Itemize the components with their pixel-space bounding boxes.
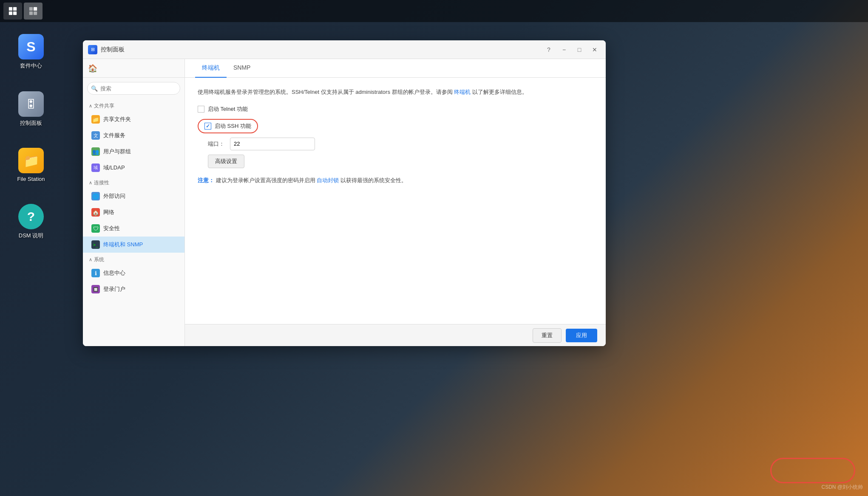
svg-rect-2: [9, 11, 12, 15]
port-label: 端口：: [208, 140, 225, 148]
window-body: 🏠 🔍 ∧ 文件共享 📁 共享文件夹 文 文件服务 👥 用户与群组: [83, 59, 606, 346]
terminal-link[interactable]: 终端机: [454, 89, 471, 95]
telnet-label: 启动 Telnet 功能: [208, 105, 248, 113]
control-panel-icon-char: 🎛: [26, 98, 37, 111]
svg-rect-0: [9, 7, 12, 11]
titlebar-icon: ⊞: [88, 45, 97, 54]
tab-terminal[interactable]: 终端机: [195, 59, 227, 78]
minimize-button[interactable]: −: [558, 44, 570, 56]
terminal-icon: >_: [91, 240, 100, 249]
info-center-icon: ℹ: [91, 269, 100, 277]
window-controls: ? − □ ✕: [543, 44, 601, 56]
desktop-icon-control-panel[interactable]: 🎛 控制面板: [12, 91, 50, 127]
auto-lock-link[interactable]: 自动封锁: [317, 177, 339, 183]
sidebar-item-info-center[interactable]: ℹ 信息中心: [83, 265, 184, 281]
file-station-label: File Station: [17, 176, 45, 182]
external-access-icon: 🌐: [91, 192, 100, 200]
advanced-settings-button[interactable]: 高级设置: [208, 155, 244, 168]
tab-snmp[interactable]: SNMP: [227, 59, 257, 78]
main-content: 终端机 SNMP 使用终端机服务登录并管理您的系统。SSH/Telnet 仅支持…: [185, 59, 606, 346]
search-icon: 🔍: [91, 85, 98, 92]
dsm-help-icon-char: ?: [27, 209, 35, 224]
taskbar-apps-button[interactable]: [3, 3, 22, 20]
svg-rect-6: [29, 11, 33, 15]
titlebar: ⊞ 控制面板 ? − □ ✕: [83, 40, 606, 59]
desktop-icon-dsm-help[interactable]: ? DSM 说明: [12, 204, 50, 240]
window-title: 控制面板: [101, 46, 543, 54]
taskbar: [0, 0, 868, 22]
svg-rect-3: [13, 11, 17, 15]
shared-folder-icon: 📁: [91, 115, 100, 124]
svg-rect-4: [29, 7, 33, 11]
maximize-button[interactable]: □: [573, 44, 585, 56]
description-text: 使用终端机服务登录并管理您的系统。SSH/Telnet 仅支持从属于 admin…: [198, 88, 593, 97]
sidebar-item-file-service[interactable]: 文 文件服务: [83, 127, 184, 144]
window-footer: 重置 应用: [185, 324, 606, 346]
login-portal-icon: 🔲: [91, 285, 100, 293]
sidebar-item-external-access[interactable]: 🌐 外部访问: [83, 188, 184, 204]
chevron-icon: ∧: [89, 103, 92, 109]
sidebar: 🏠 🔍 ∧ 文件共享 📁 共享文件夹 文 文件服务 👥 用户与群组: [83, 59, 185, 346]
desktop-icon-file-station[interactable]: 📁 File Station: [12, 148, 50, 182]
watermark: CSDN @刘小统帅: [821, 484, 863, 491]
package-center-label: 套件中心: [20, 62, 42, 70]
help-button[interactable]: ?: [543, 44, 555, 56]
chevron-icon-3: ∧: [89, 257, 92, 262]
group-connectivity: ∧ 连接性: [83, 176, 184, 188]
user-group-icon: 👥: [91, 147, 100, 156]
package-center-icon-letter: S: [26, 39, 35, 55]
port-input[interactable]: [230, 138, 315, 150]
sidebar-item-network[interactable]: 🏠 网络: [83, 204, 184, 220]
telnet-checkbox[interactable]: [198, 106, 204, 113]
network-icon: 🏠: [91, 208, 100, 217]
close-button[interactable]: ✕: [589, 44, 601, 56]
svg-rect-5: [34, 7, 37, 11]
port-row: 端口：: [208, 138, 593, 150]
note-row: 注意： 建议为登录帐户设置高强度的密码并启用 自动封锁 以获得最强的系统安全性。: [198, 177, 593, 184]
sidebar-item-login-portal[interactable]: 🔲 登录门户: [83, 281, 184, 297]
dsm-help-label: DSM 说明: [19, 232, 44, 240]
content-area: 使用终端机服务登录并管理您的系统。SSH/Telnet 仅支持从属于 admin…: [185, 78, 606, 324]
control-panel-window: ⊞ 控制面板 ? − □ ✕ 🏠 🔍 ∧ 文件共享 📁: [83, 40, 606, 346]
sidebar-item-shared-folder[interactable]: 📁 共享文件夹: [83, 111, 184, 127]
ssh-option-row: 启动 SSH 功能: [198, 119, 593, 133]
tabs-container: 终端机 SNMP: [185, 59, 606, 78]
telnet-option-row: 启动 Telnet 功能: [198, 105, 593, 113]
reset-button[interactable]: 重置: [533, 328, 562, 343]
control-panel-label: 控制面板: [20, 119, 42, 127]
ssh-label: 启动 SSH 功能: [215, 122, 251, 130]
sidebar-item-terminal-snmp[interactable]: >_ 终端机和 SNMP: [83, 237, 184, 253]
chevron-icon-2: ∧: [89, 180, 92, 186]
security-icon: 🛡: [91, 224, 100, 233]
home-icon: 🏠: [88, 64, 97, 73]
taskbar-control-panel-button[interactable]: [24, 3, 43, 20]
svg-rect-7: [34, 11, 37, 15]
ssh-highlight-circle: 启动 SSH 功能: [198, 119, 258, 133]
svg-rect-1: [13, 7, 17, 11]
desktop-icon-package-center[interactable]: S 套件中心: [12, 34, 50, 70]
file-service-icon: 文: [91, 131, 100, 140]
group-system: ∧ 系统: [83, 253, 184, 265]
group-file-sharing: ∧ 文件共享: [83, 99, 184, 111]
search-container: 🔍: [87, 82, 180, 95]
search-input[interactable]: [87, 82, 180, 95]
file-station-icon-char: 📁: [23, 153, 39, 168]
note-label-text: 注意：: [198, 177, 214, 183]
sidebar-item-domain-ldap[interactable]: 域 域/LDAP: [83, 160, 184, 176]
sidebar-home[interactable]: 🏠: [83, 59, 184, 78]
sidebar-item-user-group[interactable]: 👥 用户与群组: [83, 144, 184, 160]
ssh-checkbox[interactable]: [204, 123, 211, 130]
apply-button[interactable]: 应用: [566, 329, 597, 342]
domain-ldap-icon: 域: [91, 163, 100, 172]
sidebar-item-security[interactable]: 🛡 安全性: [83, 220, 184, 237]
